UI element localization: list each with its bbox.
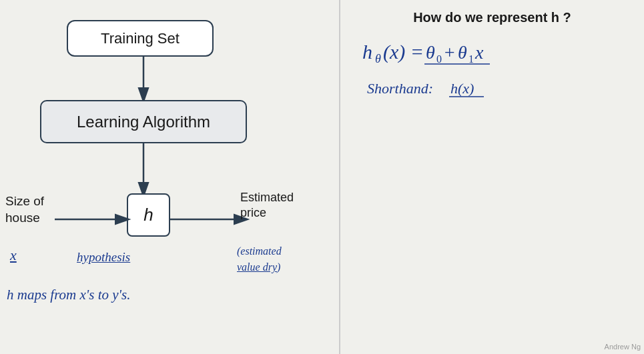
h-label: h xyxy=(143,205,153,225)
svg-text:θ: θ xyxy=(426,42,435,63)
h-function-box: h xyxy=(127,193,170,237)
svg-text:+: + xyxy=(443,42,456,63)
svg-text:h(x): h(x) xyxy=(450,80,474,97)
formula-container: h θ (x) = θ 0 + θ 1 x xyxy=(359,33,631,71)
left-panel: Training Set Learning Algorithm xyxy=(0,0,340,354)
question-title: How do we represent h ? xyxy=(354,10,631,25)
svg-text:0: 0 xyxy=(436,53,442,65)
main-container: Training Set Learning Algorithm xyxy=(0,0,644,354)
learning-algorithm-label: Learning Algorithm xyxy=(77,113,210,131)
formula-svg: h θ (x) = θ 0 + θ 1 x xyxy=(359,33,613,68)
svg-text:(x) =: (x) = xyxy=(383,41,424,63)
training-set-label: Training Set xyxy=(101,30,180,47)
estimate-value-label: (estimatedvalue dry) xyxy=(237,243,282,275)
svg-text:x: x xyxy=(474,42,484,63)
training-set-box: Training Set xyxy=(67,20,214,57)
svg-text:θ: θ xyxy=(458,42,467,63)
hypothesis-label: hypothesis xyxy=(77,250,130,265)
shorthand-container: Shorthand: h(x) xyxy=(364,75,631,103)
right-panel: How do we represent h ? h θ (x) = θ 0 + … xyxy=(340,0,644,354)
learning-algorithm-box: Learning Algorithm xyxy=(40,100,247,143)
arrow-size-to-h xyxy=(55,212,128,227)
shorthand-svg: Shorthand: h(x) xyxy=(364,75,577,100)
arrow-la-to-h xyxy=(133,143,153,195)
watermark: Andrew Ng xyxy=(605,343,641,351)
svg-text:h: h xyxy=(362,41,372,63)
svg-text:1: 1 xyxy=(468,53,474,65)
estimated-price-label: Estimatedprice xyxy=(240,190,294,221)
arrow-ts-to-la xyxy=(133,57,153,100)
svg-text:Shorthand:: Shorthand: xyxy=(367,80,433,97)
maps-text: h maps from x's to y's. xyxy=(7,287,131,303)
svg-text:θ: θ xyxy=(375,52,381,65)
arrow-h-to-price xyxy=(170,212,247,227)
x-variable: x xyxy=(10,247,17,264)
size-of-house-label: Size of house xyxy=(5,193,44,226)
